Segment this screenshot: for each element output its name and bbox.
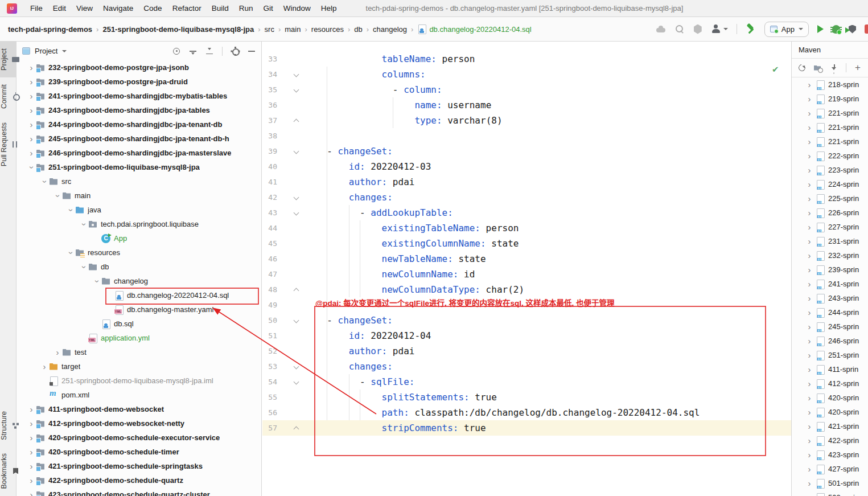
maven-project-row[interactable]: 246-sprin [792,334,868,348]
tree-chevron-icon[interactable] [803,465,816,473]
collapse-all-icon[interactable] [205,47,213,55]
fold-marker-icon[interactable] [281,282,305,297]
tree-chevron-icon[interactable] [803,152,816,160]
tree-chevron-icon[interactable] [27,149,36,157]
tree-chevron-icon[interactable] [53,192,62,200]
tree-row[interactable]: 243-springboot-demo-shardingjdbc-jpa-tab… [17,103,261,117]
menu-item[interactable]: Code [138,0,167,17]
services-icon[interactable] [693,24,702,34]
maven-project-row[interactable]: 423-sprin [792,448,868,462]
maven-project-row[interactable]: 225-sprin [792,191,868,206]
tree-chevron-icon[interactable] [803,181,816,188]
tree-chevron-icon[interactable] [803,479,816,487]
menu-item[interactable]: Edit [48,0,71,17]
maven-project-row[interactable]: 218-sprin [792,77,868,92]
tree-chevron-icon[interactable] [803,423,816,431]
tree-chevron-icon[interactable] [803,394,816,402]
menu-item[interactable]: File [25,0,48,17]
tree-row[interactable]: 420-springboot-demo-schedule-timer [17,445,261,459]
tree-chevron-icon[interactable] [66,206,75,214]
tree-row[interactable]: 241-springboot-demo-shardingjdbc-mybatis… [17,89,261,103]
tree-row[interactable]: 239-springboot-demo-postgre-jpa-druid [17,75,261,89]
fold-marker-icon[interactable] [281,297,305,313]
maven-project-row[interactable]: 245-sprin [792,319,868,334]
chevron-down-icon[interactable] [62,50,67,52]
gear-icon[interactable] [231,47,239,55]
tree-chevron-icon[interactable] [27,405,36,413]
tree-chevron-icon[interactable] [803,237,816,245]
menu-item[interactable]: View [71,0,98,17]
tree-chevron-icon[interactable] [803,81,816,89]
maven-project-row[interactable]: 412-sprin [792,376,868,391]
breadcrumb-item[interactable]: tech-pdai-spring-demos [8,25,102,34]
code-editor[interactable]: 33 tableName: person 34 columns: 35 - co… [262,42,791,496]
fold-marker-icon[interactable] [281,190,305,205]
tree-row[interactable]: resources [17,245,261,260]
breadcrumb-item[interactable]: changelog [373,25,417,34]
breadcrumb-item[interactable]: db [354,25,373,34]
tree-chevron-icon[interactable] [803,351,816,359]
maven-project-row[interactable]: 224-sprin [792,177,868,191]
maven-project-row[interactable]: 239-sprin [792,263,868,277]
tree-chevron-icon[interactable] [27,135,36,143]
fold-marker-icon[interactable] [281,236,305,251]
tree-row[interactable]: 251-springboot-demo-liquibase-mysql8-jpa [17,160,261,174]
maven-project-row[interactable]: 421-sprin [792,419,868,433]
reload-maven-icon[interactable] [798,64,807,72]
tree-row[interactable]: changelog [17,274,261,288]
tree-row[interactable]: 412-springboot-demo-websocket-netty [17,416,261,431]
tree-chevron-icon[interactable] [40,178,49,186]
tool-window-tab[interactable]: Structure [0,404,17,447]
maven-project-row[interactable]: 502-sprin [792,490,868,496]
fold-marker-icon[interactable] [281,97,305,113]
tree-row[interactable]: 232-springboot-demo-postgre-jpa-jsonb [17,60,261,75]
tree-chevron-icon[interactable] [803,166,816,174]
maven-project-row[interactable]: 411-sprin [792,362,868,376]
tree-chevron-icon[interactable] [803,195,816,203]
tree-row[interactable]: test [17,345,261,359]
build-hammer-icon[interactable] [746,24,756,34]
generate-sources-icon[interactable] [814,64,822,72]
fold-marker-icon[interactable] [281,359,305,374]
tree-chevron-icon[interactable] [27,477,36,485]
fold-marker-icon[interactable] [281,390,305,405]
menu-item[interactable]: Build [207,0,234,17]
inspections-ok-icon[interactable] [772,64,779,75]
menu-item[interactable]: Run [234,0,258,17]
tree-chevron-icon[interactable] [803,138,816,146]
menu-item[interactable]: Window [278,0,316,17]
tree-chevron-icon[interactable] [53,349,62,356]
tree-chevron-icon[interactable] [803,109,816,117]
tool-window-tab[interactable]: Pull Requests [0,116,17,173]
breadcrumb-item[interactable]: src [265,25,285,34]
user-menu[interactable] [711,24,728,34]
tree-chevron-icon[interactable] [803,451,816,459]
fold-marker-icon[interactable] [281,113,305,128]
maven-project-row[interactable]: 226-sprin [792,206,868,220]
tree-row[interactable]: App [17,231,261,245]
tree-chevron-icon[interactable] [27,92,36,100]
tree-row[interactable]: pom.xml [17,388,261,402]
tree-chevron-icon[interactable] [27,121,36,129]
tree-chevron-icon[interactable] [27,448,36,456]
fold-marker-icon[interactable] [281,374,305,390]
tree-row[interactable]: db.changelog-20220412-04.sql [17,288,261,302]
tree-chevron-icon[interactable] [803,366,816,374]
tree-chevron-icon[interactable] [40,363,49,371]
add-maven-project-icon[interactable] [854,64,862,72]
fold-marker-icon[interactable] [281,267,305,282]
tree-row[interactable]: application.yml [17,331,261,345]
tree-chevron-icon[interactable] [803,323,816,331]
tree-chevron-icon[interactable] [92,277,101,285]
tree-chevron-icon[interactable] [66,249,75,257]
tree-chevron-icon[interactable] [27,78,36,86]
tree-chevron-icon[interactable] [803,337,816,345]
tree-chevron-icon[interactable] [803,280,816,288]
maven-project-row[interactable]: 251-sprin [792,348,868,362]
fold-marker-icon[interactable] [281,144,305,159]
maven-project-row[interactable]: 501-sprin [792,476,868,490]
maven-project-row[interactable]: 222-sprin [792,149,868,163]
select-opened-file-icon[interactable] [172,47,180,55]
debug-button[interactable] [832,25,840,34]
tree-chevron-icon[interactable] [803,437,816,445]
